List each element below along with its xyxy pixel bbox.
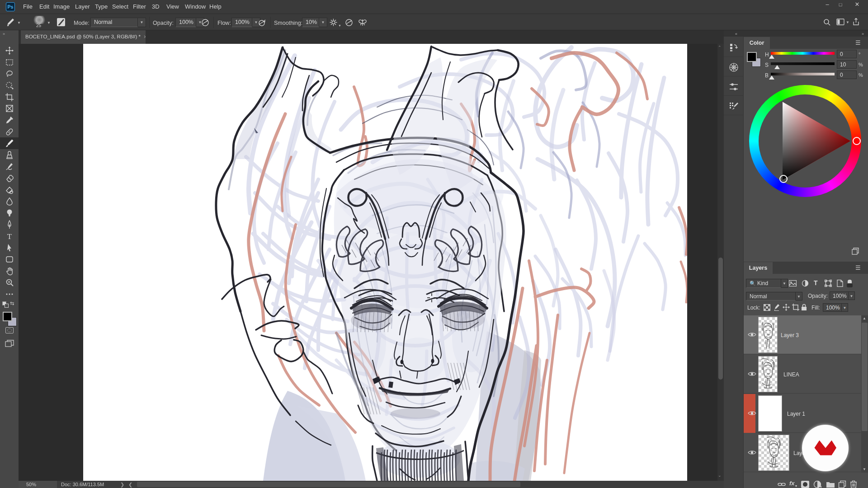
- svg-text:▼: ▼: [819, 485, 821, 488]
- svg-text:T: T: [7, 232, 12, 241]
